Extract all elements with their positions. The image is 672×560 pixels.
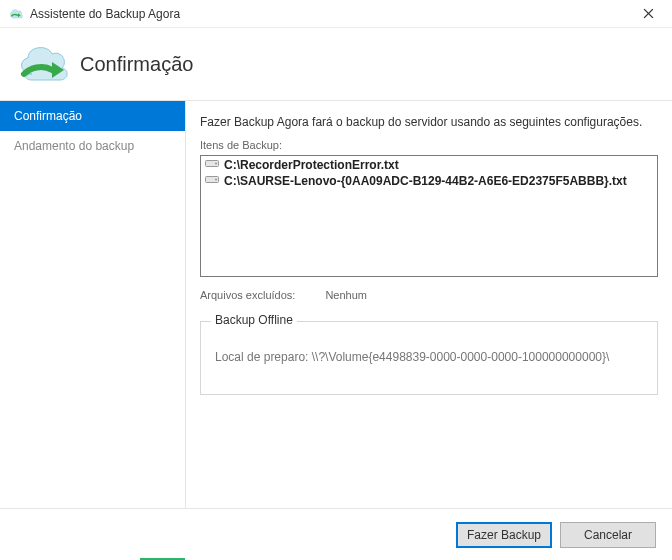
list-item[interactable]: C:\RecorderProtectionError.txt — [203, 157, 655, 173]
offline-backup-group: Backup Offline Local de preparo: \\?\Vol… — [200, 321, 658, 395]
wizard-footer: Fazer Backup Cancelar — [0, 508, 672, 560]
excluded-files-label: Arquivos excluídos: — [200, 289, 295, 301]
excluded-files-row: Arquivos excluídos: Nenhum — [200, 289, 658, 301]
do-backup-button[interactable]: Fazer Backup — [456, 522, 552, 548]
intro-text: Fazer Backup Agora fará o backup do serv… — [200, 115, 658, 129]
svg-point-7 — [215, 179, 217, 181]
close-icon — [643, 8, 654, 19]
drive-icon — [205, 174, 219, 188]
titlebar: Assistente do Backup Agora — [0, 0, 672, 28]
offline-backup-legend: Backup Offline — [211, 313, 297, 327]
wizard-header: Confirmação — [0, 28, 672, 100]
cancel-button[interactable]: Cancelar — [560, 522, 656, 548]
button-label: Fazer Backup — [467, 528, 541, 542]
list-item[interactable]: C:\SAURSE-Lenovo-{0AA09ADC-B129-44B2-A6E… — [203, 173, 655, 189]
backup-item-path: C:\RecorderProtectionError.txt — [224, 158, 399, 172]
wizard-main-panel: Fazer Backup Agora fará o backup do serv… — [185, 100, 672, 508]
backup-item-path: C:\SAURSE-Lenovo-{0AA09ADC-B129-44B2-A6E… — [224, 174, 627, 188]
close-button[interactable] — [632, 0, 664, 28]
app-icon — [8, 6, 24, 22]
wizard-steps-sidebar: Confirmação Andamento do backup — [0, 100, 185, 508]
cloud-backup-icon — [12, 40, 72, 89]
staging-location: Local de preparo: \\?\Volume{e4498839-00… — [215, 350, 643, 364]
button-label: Cancelar — [584, 528, 632, 542]
sidebar-item-confirmation[interactable]: Confirmação — [0, 101, 185, 131]
page-title: Confirmação — [80, 53, 193, 76]
sidebar-item-label: Confirmação — [14, 109, 82, 123]
drive-icon — [205, 158, 219, 172]
backup-items-list[interactable]: C:\RecorderProtectionError.txt C:\SAURSE… — [200, 155, 658, 277]
sidebar-item-progress[interactable]: Andamento do backup — [0, 131, 185, 161]
backup-items-label: Itens de Backup: — [200, 139, 658, 151]
svg-point-5 — [215, 163, 217, 165]
excluded-files-value: Nenhum — [325, 289, 367, 301]
window-title: Assistente do Backup Agora — [30, 7, 626, 21]
sidebar-item-label: Andamento do backup — [14, 139, 134, 153]
